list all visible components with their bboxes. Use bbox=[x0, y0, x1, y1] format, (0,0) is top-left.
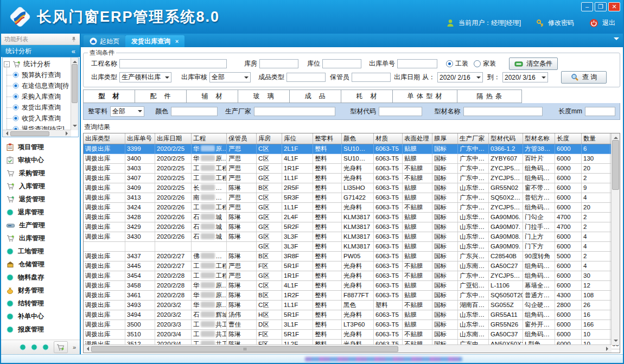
material-tab-2[interactable]: 配 件 bbox=[135, 90, 187, 103]
scroll-right-icon[interactable] bbox=[66, 131, 70, 136]
sidebar-item-仓储管理[interactable]: 仓储管理 bbox=[1, 258, 80, 271]
scroll-right-icon[interactable] bbox=[606, 347, 610, 351]
sidebar-item-退货管理[interactable]: 退货管理 bbox=[1, 193, 80, 206]
profile-code-input[interactable] bbox=[379, 107, 422, 116]
collapse-icon[interactable]: « bbox=[72, 47, 75, 55]
table-row[interactable]: 调拨出库34372020/2/27佛…陈琳B区3R8F整料PW056063-T5… bbox=[84, 252, 620, 261]
product-type-input[interactable] bbox=[286, 73, 326, 82]
sidebar-item-结转管理[interactable]: 结转管理 bbox=[1, 297, 80, 310]
sidebar-item-审核中心[interactable]: 审核中心 bbox=[1, 154, 80, 167]
table-row[interactable]: 调拨出库34032020/2/25工工程严思G区1R1F整料光身料6063-T5… bbox=[84, 164, 620, 174]
warehouse-input[interactable] bbox=[259, 59, 298, 68]
tree-item[interactable]: 发货出库查询 bbox=[4, 102, 71, 113]
sidebar-item-工地管理[interactable]: 工地管理 bbox=[1, 245, 80, 258]
sidebar-item-入库管理[interactable]: 入库管理 bbox=[1, 180, 80, 193]
column-header-型材代码[interactable]: 型材代码 bbox=[489, 133, 523, 144]
table-row[interactable]: 调拨出库34072020/2/25工工程严思G区1L1F整料光身料6063-T5… bbox=[84, 174, 620, 183]
column-header-出库类型[interactable]: 出库类型 bbox=[84, 133, 125, 144]
column-header-工程[interactable]: 工程 bbox=[192, 133, 227, 144]
table-row[interactable]: G区3L3F整料KLM38176063-T5贴膜国标山东华…GA90M09.门下… bbox=[84, 242, 620, 252]
tree-item[interactable]: 在途信息查询[待 bbox=[4, 80, 71, 91]
material-tab-5[interactable]: 成 品 bbox=[290, 90, 341, 103]
location-input[interactable] bbox=[322, 59, 361, 68]
column-header-生产厂家[interactable]: 生产厂家 bbox=[458, 133, 489, 144]
tab-home[interactable]: 起始页 bbox=[84, 35, 125, 47]
tree-item[interactable]: 采购入库查询 bbox=[4, 91, 71, 102]
tab-shipment-outbound-query[interactable]: 发货出库查询 × bbox=[125, 35, 184, 47]
change-password-link[interactable]: 修改密码 bbox=[548, 18, 574, 28]
project-name-input[interactable] bbox=[119, 59, 227, 68]
material-tab-7[interactable]: 单 体 型 材 bbox=[393, 90, 457, 103]
material-tab-4[interactable]: 玻 璃 bbox=[238, 90, 290, 103]
circle-icon[interactable] bbox=[20, 344, 26, 350]
scroll-down-icon[interactable] bbox=[73, 125, 77, 129]
circle-icon[interactable] bbox=[42, 344, 49, 350]
minimize-button[interactable]: – bbox=[581, 2, 593, 11]
column-header-数量[interactable]: 数量 bbox=[582, 133, 610, 144]
order-no-input[interactable] bbox=[397, 59, 437, 68]
radio-gongzhuang[interactable]: 工装 bbox=[446, 59, 468, 68]
group-header[interactable]: 统计分析 « bbox=[1, 45, 80, 57]
tab-close-icon[interactable]: × bbox=[175, 38, 179, 44]
radio-jiazhuang[interactable]: 家装 bbox=[474, 59, 496, 68]
column-header-型材名称[interactable]: 型材名称 bbox=[523, 133, 555, 144]
tree-vertical-scrollbar[interactable] bbox=[71, 58, 78, 130]
table-row[interactable]: 调拨出库34092020/2/25长…陈琳B区2R5F整料LI35HO6063-… bbox=[84, 183, 620, 193]
scroll-up-icon[interactable] bbox=[73, 59, 77, 63]
date-to-select[interactable]: 2020/ 3/16 bbox=[502, 72, 548, 82]
tree-horizontal-scrollbar[interactable] bbox=[3, 130, 71, 137]
scroll-left-icon[interactable] bbox=[4, 131, 8, 136]
close-button[interactable]: ✕ bbox=[608, 2, 620, 11]
sidebar-item-生产管理[interactable]: 生产管理 bbox=[1, 219, 80, 232]
material-tab-6[interactable]: 耗 材 bbox=[341, 90, 393, 103]
material-tab-3[interactable]: 辅 材 bbox=[187, 90, 238, 103]
keeper-input[interactable] bbox=[352, 73, 391, 82]
manufacturer-input[interactable] bbox=[254, 107, 335, 116]
material-tab-1[interactable]: 型 材 bbox=[83, 90, 135, 103]
tab-list-dropdown-icon[interactable] bbox=[614, 37, 619, 43]
cart-button[interactable] bbox=[54, 341, 68, 353]
sidebar-item-物料盘存[interactable]: 物料盘存 bbox=[1, 271, 80, 284]
table-row[interactable]: 调拨出库34942020/3/2石辉城汤伟H区5R1F整料光身料6063-T5贴… bbox=[84, 310, 620, 320]
scrollbar-thumb[interactable] bbox=[72, 64, 78, 103]
column-header-出库日期[interactable]: 出库日期 bbox=[155, 133, 192, 144]
sidebar-item-财务管理[interactable]: 财务管理 bbox=[1, 284, 80, 297]
column-header-库位[interactable]: 库位 bbox=[282, 133, 313, 144]
table-row[interactable]: 调拨出库34132020/2/26南…严思C区5R3F整料G714226063-… bbox=[84, 193, 620, 203]
maximize-button[interactable]: ❐ bbox=[595, 2, 607, 11]
column-header-库房[interactable]: 库房 bbox=[257, 133, 282, 144]
tree-item[interactable]: 预算执行查询 bbox=[4, 69, 71, 80]
profile-name-input[interactable] bbox=[463, 107, 543, 116]
scrollbar-thumb[interactable] bbox=[10, 131, 49, 136]
column-header-出库单号[interactable]: 出库单号 bbox=[125, 133, 155, 144]
table-row[interactable]: 调拨出库34292020/2/26石城陈琳G区5R2F整料KLM38176063… bbox=[84, 222, 620, 232]
table-row[interactable]: 调拨出库33992020/2/25华原…严思C区2L1F整料SU10…6063-… bbox=[84, 144, 620, 154]
table-row[interactable]: 调拨出库34612020/2/28华原…陈琳B区1R2F整料F8877FT606… bbox=[84, 291, 620, 301]
scroll-down-icon[interactable] bbox=[614, 340, 618, 344]
scroll-left-icon[interactable] bbox=[85, 347, 89, 351]
column-header-表面处理[interactable]: 表面处理 bbox=[403, 133, 432, 144]
date-from-select[interactable]: 2020/ 2/16 bbox=[437, 72, 483, 82]
table-row[interactable]: 调拨出库34582020/2/28华原…陈琳C区4L1F整料光身料6063-T5… bbox=[84, 281, 620, 291]
whole-piece-select[interactable]: 全部 bbox=[110, 106, 144, 117]
tree-item[interactable]: 收货入库查询 bbox=[4, 113, 71, 124]
color-input[interactable] bbox=[171, 107, 218, 116]
clear-conditions-button[interactable]: 清空条件 bbox=[509, 58, 558, 70]
table-row[interactable]: 调拨出库34932020/3/2华原…陈琳C区1L1F整料黑色塑料不贴膜国标湖南… bbox=[84, 301, 620, 310]
table-horizontal-scrollbar[interactable] bbox=[84, 344, 612, 353]
material-tab-8[interactable]: 隔 热 条 bbox=[457, 90, 522, 103]
logout-link[interactable]: 退出 bbox=[602, 18, 615, 28]
table-row[interactable]: 调拨出库34542020/2/28工工程严思G区1R1F整料光身料6063-T5… bbox=[84, 271, 620, 281]
table-row[interactable]: 调拨出库34452020/2/27工工程严思F区5R1F整料光身料6063-T5… bbox=[84, 261, 620, 271]
table-row[interactable]: 调拨出库35102020/3/4工共工程陈琳F区5R1F整料光身料6063-T5… bbox=[84, 330, 620, 340]
sidebar-item-报废管理[interactable]: 报废管理 bbox=[1, 323, 80, 336]
column-header-长度[interactable]: 长度 bbox=[555, 133, 582, 144]
scroll-up-icon[interactable] bbox=[614, 135, 618, 139]
table-row[interactable]: 调拨出库34302020/2/26石城陈琳G区3L3F整料KLM38176063… bbox=[84, 232, 620, 242]
column-header-整零料[interactable]: 整零料 bbox=[313, 133, 342, 144]
circle-icon[interactable] bbox=[31, 344, 37, 350]
audit-select[interactable]: 全部 bbox=[209, 72, 251, 82]
table-row[interactable]: 调拨出库34002020/2/25华原…严思C区4L1F整料SU10…6063-… bbox=[84, 154, 620, 164]
column-header-颜色[interactable]: 颜色 bbox=[342, 133, 374, 144]
sidebar-item-项目管理[interactable]: 项目管理 bbox=[1, 141, 80, 154]
